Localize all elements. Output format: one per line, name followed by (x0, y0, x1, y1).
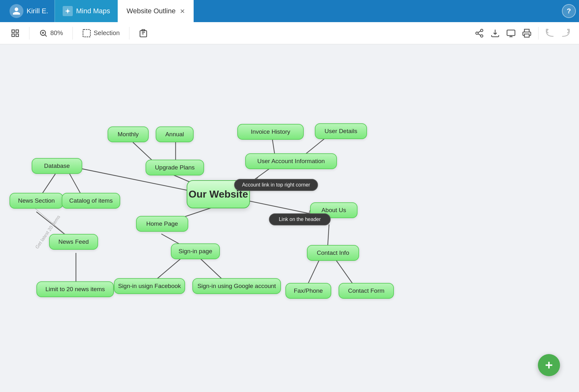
close-tab-icon[interactable]: × (180, 6, 185, 16)
node-database[interactable]: Database (32, 158, 82, 174)
node-contact-info[interactable]: Contact Info (307, 245, 359, 261)
active-tab[interactable]: Website Outline × (118, 0, 194, 22)
node-news-section[interactable]: News Section (9, 193, 63, 209)
node-fax-phone[interactable]: Fax/Phone (285, 283, 331, 299)
fit-button[interactable] (6, 26, 24, 40)
selection-label: Selection (94, 29, 120, 37)
user-name: Kirill E. (27, 7, 48, 15)
node-note-header[interactable]: Link on the header (269, 213, 331, 225)
svg-rect-23 (507, 30, 515, 36)
svg-line-48 (335, 259, 354, 286)
node-annual[interactable]: Annual (156, 126, 194, 142)
svg-point-0 (67, 10, 69, 12)
redo-button[interactable] (559, 26, 573, 40)
node-user-details[interactable]: User Details (315, 123, 367, 139)
node-sign-in-page[interactable]: Sign-in page (171, 243, 220, 259)
header: Kirill E. Mind Maps Website Outline × ? (0, 0, 579, 22)
node-contact-form[interactable]: Contact Form (339, 283, 394, 299)
download-button[interactable] (488, 26, 502, 40)
svg-line-22 (478, 31, 481, 33)
separator-3 (129, 27, 129, 40)
node-note-account[interactable]: Account link in top right corner (234, 179, 318, 191)
separator-1 (29, 27, 29, 40)
mind-maps-icon (63, 6, 73, 16)
paste-button[interactable] (134, 26, 152, 40)
share-button[interactable] (472, 26, 486, 40)
present-button[interactable] (504, 26, 518, 40)
user-profile[interactable]: Kirill E. (3, 0, 54, 22)
svg-line-21 (478, 34, 481, 35)
node-news-feed[interactable]: News Feed (49, 234, 98, 250)
svg-rect-6 (16, 30, 18, 32)
zoom-label: 80% (50, 29, 63, 37)
undo-button[interactable] (543, 26, 557, 40)
node-home-page[interactable]: Home Page (136, 216, 188, 232)
node-upgrade-plans[interactable]: Upgrade Plans (146, 160, 204, 175)
toolbar: 80% Selection (0, 22, 579, 44)
node-invoice-history[interactable]: Invoice History (237, 124, 304, 140)
add-node-button[interactable] (538, 354, 560, 376)
node-limit-news[interactable]: Limit to 20 news items (36, 281, 114, 297)
separator-2 (72, 27, 73, 40)
node-sign-in-google[interactable]: Sign-in using Google account (192, 278, 281, 294)
svg-rect-5 (12, 30, 15, 32)
selection-button[interactable]: Selection (78, 26, 124, 40)
svg-rect-7 (12, 34, 15, 36)
svg-rect-26 (525, 34, 529, 37)
toolbar-right (472, 26, 573, 40)
svg-point-20 (481, 35, 483, 37)
mind-maps-label: Mind Maps (76, 7, 110, 15)
svg-point-19 (476, 32, 478, 34)
print-button[interactable] (520, 26, 534, 40)
svg-rect-13 (83, 29, 90, 37)
zoom-button[interactable]: 80% (34, 26, 67, 40)
svg-point-18 (481, 29, 483, 32)
svg-rect-8 (16, 34, 18, 36)
active-tab-label: Website Outline (127, 7, 176, 15)
mind-maps-tab[interactable]: Mind Maps (54, 0, 118, 22)
help-button[interactable]: ? (562, 4, 576, 18)
separator-4 (538, 27, 539, 40)
node-monthly[interactable]: Monthly (108, 126, 149, 142)
node-user-account[interactable]: User Account Information (245, 153, 337, 169)
svg-line-10 (45, 35, 47, 36)
svg-line-44 (240, 199, 316, 215)
avatar (9, 4, 23, 18)
svg-line-47 (307, 259, 320, 286)
node-sign-in-facebook[interactable]: Sign-in usign Facebook (114, 278, 185, 294)
mind-map-canvas[interactable]: Our Website Database News Section Catalo… (0, 44, 579, 392)
node-catalog[interactable]: Catalog of items (62, 193, 120, 209)
